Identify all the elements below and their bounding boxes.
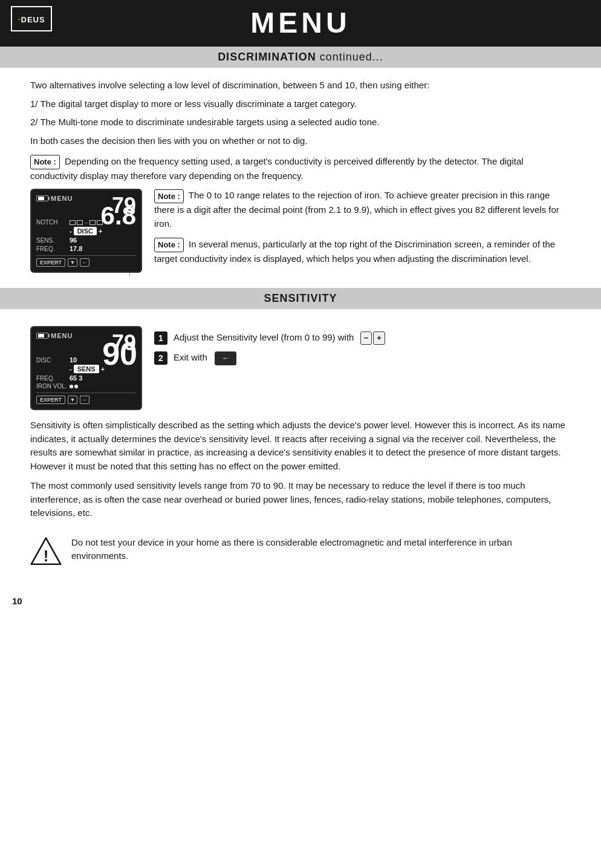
- device-screen-2: MENU 79 DISC 10 - SENS +: [30, 326, 142, 410]
- freq-label-1: FREQ.: [36, 246, 70, 252]
- discrimination-section-header: DISCRIMINATION continued...: [0, 47, 601, 68]
- warning-triangle-icon: !: [30, 536, 62, 567]
- step-2-text: Exit with ←: [174, 351, 236, 365]
- svg-text:!: !: [44, 546, 49, 564]
- freq-value-2: 65 3: [70, 374, 82, 382]
- device-big-number-right-2: 90: [102, 338, 137, 370]
- plus-minus-icons: − +: [360, 331, 385, 345]
- disc-text-col: Note : The 0 to 10 range relates to the …: [154, 189, 571, 270]
- disc-para-2: 1/ The digital target display to more or…: [30, 97, 571, 111]
- sens-para-2: The most commonly used sensitivity level…: [30, 479, 571, 520]
- page-footer: 10: [0, 590, 601, 612]
- logo: ·DEUS: [11, 6, 52, 31]
- discrimination-content: Two alternatives involve selecting a low…: [0, 68, 601, 288]
- device-disc-col: MENU 79 NOTCH -: [30, 189, 142, 276]
- disc-para-3: 2/ The Multi-tone mode to discriminate u…: [30, 116, 571, 129]
- step-1-row: 1 Adjust the Sensitivity level (from 0 t…: [154, 331, 571, 345]
- battery-icon-2: [36, 333, 48, 339]
- sens-highlighted-2: SENS: [74, 365, 99, 373]
- device-screen-1: MENU 79 NOTCH -: [30, 189, 142, 273]
- freq-value-1: 17.8: [70, 245, 82, 252]
- back-btn-icon[interactable]: ←: [215, 351, 236, 365]
- note-badge-2: Note :: [154, 189, 184, 204]
- iron-dot-1: [70, 385, 73, 388]
- iron-label-2: IRON VOL.: [36, 383, 70, 390]
- sens-steps-col: 1 Adjust the Sensitivity level (from 0 t…: [154, 326, 571, 370]
- discrimination-two-col: MENU 79 NOTCH -: [30, 189, 571, 276]
- step-1-text: Adjust the Sensitivity level (from 0 to …: [174, 331, 385, 345]
- device-sens-col: MENU 79 DISC 10 - SENS +: [30, 326, 142, 410]
- note-badge-1: Note :: [30, 155, 60, 169]
- sens-value-1: 96: [70, 237, 77, 244]
- sensitivity-section-header: SENSITIVITY: [0, 288, 601, 309]
- discrimination-title: DISCRIMINATION continued...: [218, 51, 383, 63]
- sensitivity-title: SENSITIVITY: [264, 292, 337, 304]
- note-badge-3: Note :: [154, 238, 184, 252]
- iron-dot-2: [74, 385, 78, 388]
- back-arrow-1: ←: [80, 258, 89, 267]
- plus-btn-icon[interactable]: +: [373, 331, 385, 345]
- sens-para-1: Sensitivity is often simplistically desc…: [30, 419, 571, 473]
- back-arrow-2: ←: [80, 396, 89, 404]
- disc-note-2: Note : The 0 to 10 range relates to the …: [154, 189, 571, 230]
- device-menu-label-2: MENU: [51, 332, 73, 339]
- notch-label: NOTCH: [36, 219, 70, 226]
- disc-para-4: In both cases the decision then lies wit…: [30, 134, 571, 148]
- logo-dot-icon: ·: [18, 14, 21, 24]
- expert-btn-2: EXPERT: [36, 396, 65, 404]
- step-1-num: 1: [154, 331, 167, 345]
- step-2-num: 2: [154, 351, 167, 365]
- device-menu-label-1: MENU: [51, 195, 73, 202]
- sensitivity-two-col: MENU 79 DISC 10 - SENS +: [30, 326, 571, 410]
- freq-label-2: FREQ.: [36, 375, 70, 382]
- logo-text: ·DEUS: [18, 14, 45, 24]
- sensitivity-content: MENU 79 DISC 10 - SENS +: [0, 309, 601, 590]
- down-arrow-2: ▼: [68, 396, 77, 404]
- step-2-row: 2 Exit with ←: [154, 351, 571, 365]
- disc-highlighted-1: DISC: [74, 227, 97, 235]
- disc-value-2: 10: [70, 356, 77, 364]
- disc-note-3: Note : In several menus, particularly at…: [154, 238, 571, 266]
- page-title: MENU: [250, 7, 350, 39]
- warning-text: Do not test your device in your home as …: [71, 536, 571, 563]
- battery-icon: [36, 195, 48, 201]
- disc-label-2: DISC: [36, 357, 70, 364]
- disc-note-1: Note : Depending on the frequency settin…: [30, 155, 571, 183]
- warning-box: ! Do not test your device in your home a…: [30, 530, 571, 574]
- page-number: 10: [12, 596, 22, 606]
- down-arrow-1: ▼: [68, 258, 77, 267]
- sens-label-1: SENS.: [36, 237, 70, 244]
- expert-btn-1: EXPERT: [36, 258, 65, 267]
- minus-btn-icon[interactable]: −: [360, 331, 372, 345]
- page-header: ·DEUS MENU: [0, 0, 601, 47]
- device-big-number-right-1: 6.8: [101, 203, 136, 229]
- disc-para-1: Two alternatives involve selecting a low…: [30, 79, 571, 93]
